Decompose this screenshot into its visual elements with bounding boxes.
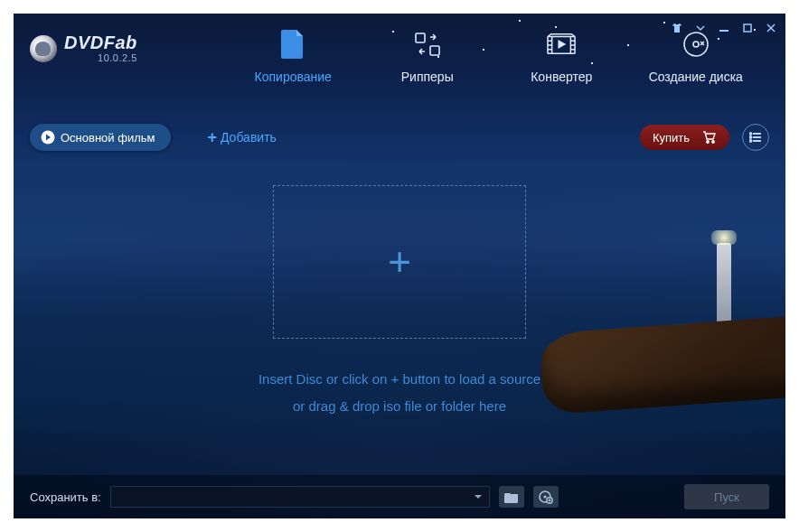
drop-hint-line1: Insert Disc or click on + button to load…: [14, 366, 785, 393]
svg-rect-3: [430, 46, 439, 55]
buy-label: Купить: [653, 131, 690, 145]
start-label: Пуск: [714, 490, 739, 504]
tab-copy[interactable]: Копирование: [230, 30, 356, 104]
drop-zone[interactable]: +: [273, 185, 526, 339]
browse-folder-button[interactable]: [499, 486, 524, 508]
close-icon[interactable]: [766, 23, 776, 33]
app-name: DVDFab: [64, 33, 137, 51]
add-label: Добавить: [221, 130, 277, 145]
maximize-icon[interactable]: [742, 23, 753, 33]
start-button[interactable]: Пуск: [684, 484, 769, 509]
iso-button[interactable]: [533, 486, 559, 508]
plus-icon: +: [207, 128, 217, 147]
main-movie-label: Основной фильм: [61, 131, 155, 145]
task-list-button[interactable]: [742, 124, 769, 151]
file-icon: [278, 30, 307, 59]
save-path-select[interactable]: [110, 486, 490, 508]
converter-icon: [547, 30, 576, 59]
tab-label: Создание диска: [649, 70, 743, 84]
shirt-icon[interactable]: [672, 23, 682, 33]
svg-point-12: [750, 140, 752, 142]
app-version: 10.0.2.5: [98, 53, 137, 63]
main-movie-button[interactable]: Основной фильм: [30, 124, 171, 151]
svg-point-11: [750, 136, 752, 138]
save-to-label: Сохранить в:: [30, 490, 101, 504]
list-icon: [749, 132, 762, 143]
svg-point-6: [693, 42, 699, 47]
folder-icon: [504, 491, 519, 503]
tab-converter[interactable]: Конвертер: [499, 30, 625, 104]
disc-icon: [682, 30, 710, 59]
tab-label: Конвертер: [531, 70, 592, 84]
svg-rect-2: [416, 33, 425, 42]
drop-hint-line2: or drag & drop iso file or folder here: [14, 393, 785, 420]
svg-point-8: [707, 141, 709, 143]
tab-label: Рипперы: [401, 70, 454, 84]
tab-creator[interactable]: Создание диска: [634, 30, 759, 104]
svg-point-10: [750, 133, 752, 135]
app-logo: DVDFab 10.0.2.5: [30, 33, 137, 63]
svg-rect-0: [719, 30, 728, 32]
add-button[interactable]: + Добавить: [207, 128, 276, 147]
dropdown-icon[interactable]: [695, 23, 706, 33]
svg-point-9: [712, 141, 714, 143]
logo-mark-icon: [30, 35, 57, 62]
buy-button[interactable]: Купить: [640, 125, 729, 150]
cart-icon: [702, 130, 717, 145]
arrow-right-circle-icon: [41, 130, 55, 145]
svg-point-14: [543, 495, 546, 498]
tab-ripper[interactable]: Рипперы: [365, 30, 491, 104]
tab-label: Копирование: [255, 70, 332, 84]
minimize-icon[interactable]: [719, 23, 729, 33]
svg-rect-1: [744, 24, 751, 32]
plus-icon: +: [388, 239, 411, 285]
ripper-icon: [413, 30, 442, 59]
disc-small-icon: [539, 490, 553, 504]
